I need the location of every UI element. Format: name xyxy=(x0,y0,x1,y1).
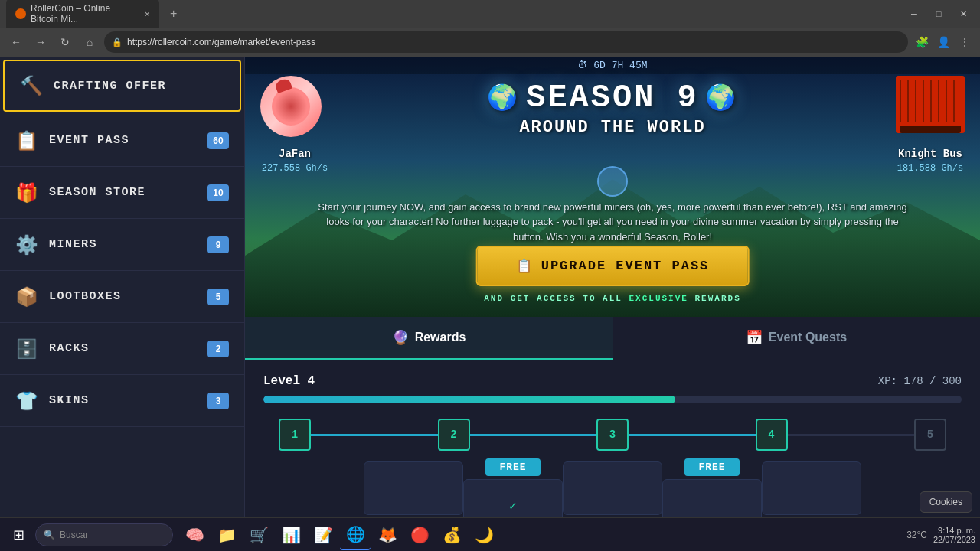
sidebar-lootboxes-label: Lootboxes xyxy=(49,290,122,303)
sidebar-skins-label: Skins xyxy=(49,394,90,407)
taskbar-time: 9:14 p. m. 22/07/2023 xyxy=(933,526,975,544)
taskbar-app-chrome[interactable]: 🌐 xyxy=(340,520,371,550)
level-circle-1: 1 xyxy=(279,419,311,451)
tab-event-quests[interactable]: 📅 Event Quests xyxy=(612,317,980,360)
skins-badge: 3 xyxy=(207,393,229,409)
skins-icon: 👕 xyxy=(15,390,38,412)
browser-tab[interactable]: RollerCoin – Online Bitcoin Mi... ✕ xyxy=(6,0,159,29)
level-circle-4: 4 xyxy=(756,419,788,451)
minimize-button[interactable]: ─ xyxy=(903,6,925,21)
level-circle-3: 3 xyxy=(596,419,629,451)
rewards-tab-icon: 🔮 xyxy=(392,329,409,346)
tab-favicon xyxy=(15,8,26,19)
back-button[interactable]: ← xyxy=(6,32,26,52)
level-steps: 1 2 3 4 5 xyxy=(263,419,962,451)
cookies-popup[interactable]: Cookies xyxy=(920,491,972,513)
browser-titlebar: RollerCoin – Online Bitcoin Mi... ✕ + ─ … xyxy=(0,0,980,28)
level-connector-3 xyxy=(629,434,756,436)
free-badge-4: FREE xyxy=(684,458,739,476)
sidebar-racks-label: Racks xyxy=(49,342,90,355)
globe-left-icon: 🌍 xyxy=(487,83,520,113)
sidebar: 🔨 Crafting Offer 📋 Event Pass 60 🎁 Seaso… xyxy=(0,57,245,551)
sidebar-crafting-label: Crafting Offer xyxy=(54,80,166,93)
progress-bar-container xyxy=(263,396,962,403)
level-connector-2 xyxy=(470,434,597,436)
taskbar-app-browser2[interactable]: 🦊 xyxy=(372,520,403,550)
maximize-button[interactable]: □ xyxy=(928,6,949,21)
tab-rewards-label: Rewards xyxy=(415,331,466,344)
sidebar-item-event-pass[interactable]: 📋 Event Pass 60 xyxy=(0,115,244,167)
taskbar-app-opera[interactable]: 🔴 xyxy=(404,520,435,550)
taskbar-app-store[interactable]: 🛒 xyxy=(243,520,274,550)
taskbar: ⊞ 🔍 Buscar 🧠 📁 🛒 📊 📝 🌐 🦊 🔴 💰 🌙 32°C 9:14… xyxy=(0,517,980,551)
lootboxes-icon: 📦 xyxy=(15,286,38,308)
tab-close-button[interactable]: ✕ xyxy=(144,10,150,18)
globe-right-icon: 🌍 xyxy=(705,83,738,113)
sidebar-item-miners[interactable]: ⚙️ Miners 9 xyxy=(0,219,244,271)
tab-rewards[interactable]: 🔮 Rewards xyxy=(245,317,612,360)
level-circle-2: 2 xyxy=(438,419,470,451)
home-button[interactable]: ⌂ xyxy=(80,32,100,52)
taskbar-app-wallet[interactable]: 💰 xyxy=(436,520,467,550)
progress-bar-fill xyxy=(263,396,675,403)
rewards-tabs: 🔮 Rewards 📅 Event Quests xyxy=(245,317,980,360)
season-store-icon: 🎁 xyxy=(15,182,38,204)
nav-icons: 🧩 👤 ⋮ xyxy=(913,33,974,51)
hero-banner: ⏱ 6D 7H 45M JaFan 227.558 Gh/s Knight Bu… xyxy=(245,57,980,317)
crafting-icon: 🔨 xyxy=(20,75,43,96)
start-button[interactable]: ⊞ xyxy=(5,521,32,549)
season-title: 🌍 SEASON 9 🌍 AROUND THE WORLD xyxy=(487,80,738,137)
upgrade-btn-icon: 📋 xyxy=(516,258,534,274)
close-button[interactable]: ✕ xyxy=(952,6,974,21)
miners-badge: 9 xyxy=(207,236,229,253)
knight-bus-name: Knight Bus xyxy=(898,148,962,160)
season-number: 🌍 SEASON 9 🌍 xyxy=(487,80,738,116)
miners-icon: ⚙️ xyxy=(15,234,38,256)
new-tab-button[interactable]: + xyxy=(165,5,181,22)
reload-button[interactable]: ↻ xyxy=(55,32,75,52)
taskbar-apps: 🧠 📁 🛒 📊 📝 🌐 🦊 🔴 💰 🌙 xyxy=(179,520,499,550)
sidebar-item-racks[interactable]: 🗄️ Racks 2 xyxy=(0,323,244,375)
taskbar-app-word[interactable]: 📝 xyxy=(308,520,338,550)
taskbar-app-brain[interactable]: 🧠 xyxy=(179,520,210,550)
jafan-sprite xyxy=(260,76,329,145)
search-icon: 🔍 xyxy=(44,530,55,540)
sidebar-season-store-label: Season Store xyxy=(49,186,145,199)
lock-icon: 🔒 xyxy=(112,37,122,47)
season-store-badge: 10 xyxy=(207,184,229,201)
level-label: Level 4 xyxy=(263,374,315,388)
sidebar-item-skins[interactable]: 👕 Skins 3 xyxy=(0,375,244,427)
knight-bus-card: Knight Bus 181.588 Gh/s xyxy=(896,76,965,174)
jafan-name: JaFan xyxy=(279,148,311,160)
extensions-icon[interactable]: 🧩 xyxy=(913,33,931,51)
taskbar-app-dark[interactable]: 🌙 xyxy=(469,520,499,550)
taskbar-app-files[interactable]: 📁 xyxy=(211,520,242,550)
tab-label: RollerCoin – Online Bitcoin Mi... xyxy=(31,3,136,24)
upgrade-event-pass-button[interactable]: 📋 UPGRADE EVENT PASS xyxy=(476,246,750,286)
xp-label: XP: 178 / 300 xyxy=(878,375,962,387)
address-bar[interactable]: 🔒 https://rollercoin.com/game/market/eve… xyxy=(104,31,908,53)
quests-tab-icon: 📅 xyxy=(746,329,763,346)
forward-button[interactable]: → xyxy=(31,32,51,52)
sidebar-item-season-store[interactable]: 🎁 Season Store 10 xyxy=(0,167,244,219)
level-connector-4 xyxy=(788,434,915,436)
reward-card-3 xyxy=(563,461,662,515)
racks-badge: 2 xyxy=(207,341,229,357)
menu-icon[interactable]: ⋮ xyxy=(956,33,974,51)
level-circle-5: 5 xyxy=(914,419,946,451)
taskbar-search[interactable]: 🔍 Buscar xyxy=(35,523,173,546)
profile-icon[interactable]: 👤 xyxy=(934,33,952,51)
reward-card-5 xyxy=(762,461,861,515)
knight-bus-stats: 181.588 Gh/s xyxy=(897,163,963,174)
browser-chrome: RollerCoin – Online Bitcoin Mi... ✕ + ─ … xyxy=(0,0,980,57)
level-section: Level 4 XP: 178 / 300 1 2 3 4 5 xyxy=(245,360,980,540)
timer-text: ⏱ 6D 7H 45M xyxy=(577,60,647,71)
hero-description: Start your journey NOW, and gain access … xyxy=(314,200,911,245)
sidebar-item-crafting[interactable]: 🔨 Crafting Offer xyxy=(3,60,241,112)
sidebar-item-lootboxes[interactable]: 📦 Lootboxes 5 xyxy=(0,271,244,323)
clock-time: 9:14 p. m. xyxy=(933,526,975,535)
app-body: 🔨 Crafting Offer 📋 Event Pass 60 🎁 Seaso… xyxy=(0,57,980,551)
timer-bar: ⏱ 6D 7H 45M xyxy=(245,57,980,74)
taskbar-right: 32°C 9:14 p. m. 22/07/2023 xyxy=(906,526,975,544)
taskbar-app-excel[interactable]: 📊 xyxy=(276,520,306,550)
